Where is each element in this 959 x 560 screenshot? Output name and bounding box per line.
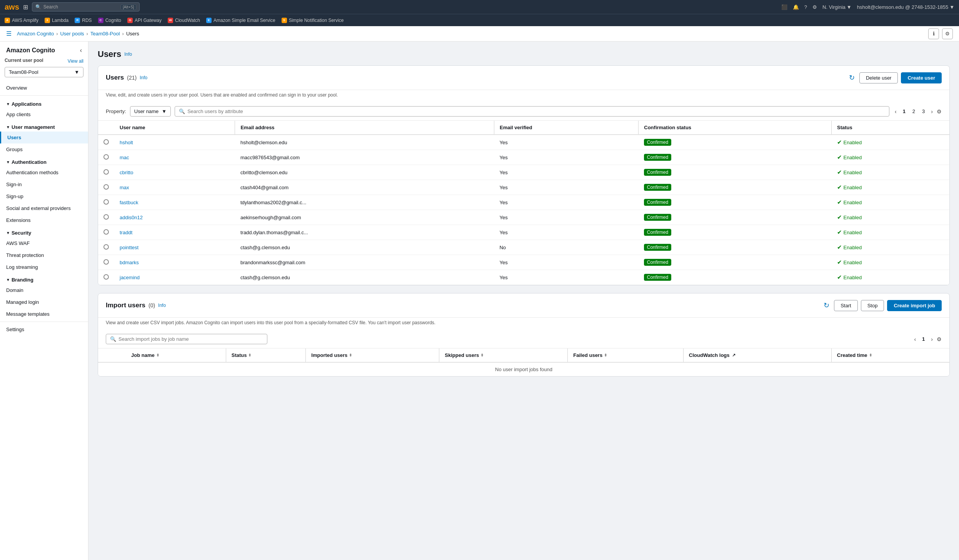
notification-icon[interactable]: 🔔 <box>793 4 799 10</box>
row-checkbox[interactable] <box>98 270 114 285</box>
user-link[interactable]: addis0n12 <box>120 215 143 220</box>
sidebar-item-sign-up[interactable]: Sign-up <box>0 190 88 202</box>
start-import-btn[interactable]: Start <box>834 300 857 311</box>
pool-selector[interactable]: Team08-Pool ▼ <box>5 67 83 77</box>
sidebar-collapse-btn[interactable]: ‹ <box>80 47 82 54</box>
service-chip-cognito[interactable]: C Cognito <box>98 18 121 23</box>
sidebar-item-threat-protection[interactable]: Threat protection <box>0 249 88 261</box>
users-search-wrap[interactable]: 🔍 <box>175 106 889 117</box>
row-checkbox[interactable] <box>98 225 114 240</box>
user-link[interactable]: jacemind <box>120 275 140 280</box>
settings-icon[interactable]: ⚙ <box>812 4 817 10</box>
sidebar-item-users[interactable]: Users <box>0 132 88 143</box>
sidebar-item-extensions-label: Extensions <box>6 217 31 223</box>
created-sort-icon[interactable]: ⬍ <box>869 353 872 357</box>
user-link[interactable]: mac <box>120 155 129 160</box>
breadcrumb-team08pool[interactable]: Team08-Pool <box>90 31 120 37</box>
service-chip-sns[interactable]: S Simple Notification Service <box>282 18 344 23</box>
user-link[interactable]: cbritto <box>120 170 133 175</box>
sidebar-item-log-streaming[interactable]: Log streaming <box>0 261 88 273</box>
pagination-page-1[interactable]: 1 <box>901 108 908 115</box>
sidebar-item-extensions[interactable]: Extensions <box>0 214 88 226</box>
service-chip-ses[interactable]: E Amazon Simple Email Service <box>206 18 275 23</box>
help-icon[interactable]: ? <box>804 4 807 10</box>
pagination-next-btn[interactable]: › <box>929 108 934 115</box>
sidebar-item-social-providers[interactable]: Social and external providers <box>0 202 88 214</box>
user-link[interactable]: max <box>120 185 129 190</box>
region-selector[interactable]: N. Virginia ▼ <box>822 4 852 10</box>
sidebar-item-domain[interactable]: Domain <box>0 284 88 296</box>
import-pagination-page-1[interactable]: 1 <box>920 335 927 343</box>
sidebar-item-message-templates[interactable]: Message templates <box>0 308 88 320</box>
pagination-page-2[interactable]: 2 <box>910 108 917 115</box>
row-checkbox[interactable] <box>98 135 114 150</box>
users-search-input[interactable] <box>187 108 885 114</box>
imported-sort-icon[interactable]: ⬍ <box>349 353 352 357</box>
breadcrumb-userpools[interactable]: User pools <box>60 31 84 37</box>
row-checkbox[interactable] <box>98 150 114 165</box>
apigateway-label: API Gateway <box>135 18 162 23</box>
user-link[interactable]: pointtest <box>120 245 138 250</box>
breadcrumb-cognito[interactable]: Amazon Cognito <box>17 31 54 37</box>
user-link[interactable]: hsholt <box>120 140 133 145</box>
property-select[interactable]: User name ▼ <box>130 106 171 117</box>
sidebar-item-settings[interactable]: Settings <box>0 323 88 335</box>
service-chip-rds[interactable]: R RDS <box>75 18 92 23</box>
user-link[interactable]: bdmarks <box>120 260 139 265</box>
service-chip-cloudwatch[interactable]: W CloudWatch <box>168 18 200 23</box>
cloud-shell-icon[interactable]: ⬛ <box>781 4 787 10</box>
import-table-settings-btn[interactable]: ⚙ <box>937 336 942 342</box>
sidebar-item-managed-login[interactable]: Managed login <box>0 296 88 308</box>
sidebar-item-sign-in[interactable]: Sign-in <box>0 178 88 190</box>
sidebar-view-all-link[interactable]: View all <box>68 58 83 64</box>
hamburger-icon[interactable]: ☰ <box>6 30 12 37</box>
global-search-bar[interactable]: 🔍 Search [Alt+S] <box>32 2 140 12</box>
sidebar-section-user-management[interactable]: ▼ User management <box>0 120 88 132</box>
create-import-job-btn[interactable]: Create import job <box>887 300 942 311</box>
sidebar-section-branding[interactable]: ▼ Branding <box>0 273 88 284</box>
settings-icon-btn[interactable]: ⚙ <box>942 28 953 39</box>
sidebar-item-overview[interactable]: Overview <box>0 82 88 94</box>
row-checkbox[interactable] <box>98 255 114 270</box>
sidebar-item-auth-methods[interactable]: Authentication methods <box>0 167 88 178</box>
pagination-page-3[interactable]: 3 <box>920 108 927 115</box>
job-name-sort-icon[interactable]: ⬍ <box>156 353 159 357</box>
table-settings-btn[interactable]: ⚙ <box>937 108 942 115</box>
sidebar-item-waf[interactable]: AWS WAF <box>0 237 88 249</box>
user-link[interactable]: traddt <box>120 230 132 235</box>
import-card-info-link[interactable]: Info <box>158 303 166 308</box>
sidebar-section-applications[interactable]: ▼ Applications <box>0 97 88 108</box>
import-search-input[interactable] <box>118 336 263 342</box>
failed-sort-icon[interactable]: ⬍ <box>604 353 607 357</box>
sidebar-section-security[interactable]: ▼ Security <box>0 226 88 237</box>
import-search-wrap[interactable]: 🔍 <box>106 334 267 344</box>
sidebar-section-authentication[interactable]: ▼ Authentication <box>0 155 88 167</box>
users-refresh-btn[interactable]: ↻ <box>847 72 856 83</box>
row-checkbox[interactable] <box>98 210 114 225</box>
row-checkbox[interactable] <box>98 240 114 255</box>
row-checkbox[interactable] <box>98 180 114 195</box>
page-info-link[interactable]: Info <box>124 52 132 57</box>
user-account[interactable]: hsholt@clemson.edu @ 2748-1532-1855 ▼ <box>857 4 954 10</box>
import-pagination-next-btn[interactable]: › <box>929 335 934 343</box>
import-pagination-prev-btn[interactable]: ‹ <box>912 335 917 343</box>
row-checkbox[interactable] <box>98 165 114 180</box>
delete-user-btn[interactable]: Delete user <box>859 72 898 83</box>
grid-icon[interactable]: ⊞ <box>23 3 28 11</box>
row-checkbox[interactable] <box>98 195 114 210</box>
service-chip-lambda[interactable]: λ Lambda <box>45 18 68 23</box>
user-link[interactable]: fastbuck <box>120 200 138 205</box>
sidebar-item-app-clients[interactable]: App clients <box>0 108 88 120</box>
service-chip-amplify[interactable]: A AWS Amplify <box>5 18 38 23</box>
create-user-btn[interactable]: Create user <box>901 72 942 83</box>
stop-import-btn[interactable]: Stop <box>861 300 884 311</box>
status-sort-icon[interactable]: ⬍ <box>248 353 251 357</box>
sidebar-item-groups[interactable]: Groups <box>0 143 88 155</box>
breadcrumb-sep-2: › <box>87 31 88 37</box>
users-card-info-link[interactable]: Info <box>140 75 147 80</box>
service-chip-apigateway[interactable]: G API Gateway <box>127 18 162 23</box>
import-refresh-btn[interactable]: ↻ <box>822 300 831 311</box>
info-icon-btn[interactable]: ℹ <box>928 28 939 39</box>
skipped-sort-icon[interactable]: ⬍ <box>480 353 484 357</box>
pagination-prev-btn[interactable]: ‹ <box>893 108 898 115</box>
